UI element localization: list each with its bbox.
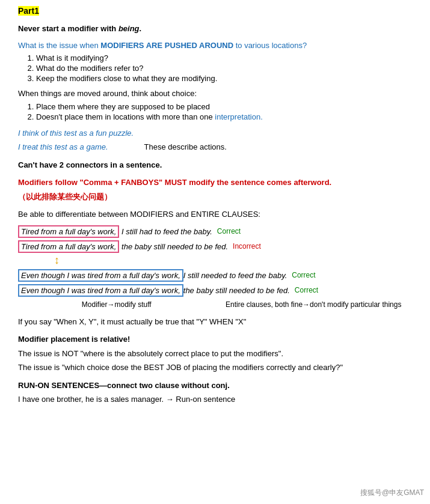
list1: What is it modifying? What do the modifi…	[36, 53, 412, 83]
if-say-rule: If you say "When X, Y", it must actually…	[18, 316, 412, 328]
rule1-bold: Never start a modifier with being.	[18, 24, 141, 33]
sentence3-label: Correct	[292, 271, 315, 279]
sentence1: Tired from a full day's work, I still ha…	[18, 225, 212, 238]
rule5-intro: Be able to differentiate between MODIFIE…	[18, 208, 412, 220]
rule2-intro: When things are moved around, think abou…	[18, 88, 412, 100]
list2-item2: Doesn't place them in locations with mor…	[36, 112, 412, 121]
part1-label: Part1	[18, 6, 39, 16]
arrow-left-label: Modifier→modify stuff	[18, 300, 215, 309]
blue-line2-row: I treat this test as a game. These descr…	[18, 141, 412, 153]
sentence-row-3: Even though I was tired from a full day'…	[18, 269, 412, 282]
arrow-indicator: ↕	[54, 254, 412, 267]
arrow-icon: ↕	[54, 254, 60, 267]
rule4-chinese: （以此排除某些夹心问题）	[18, 191, 412, 203]
sentence-examples: Tired from a full day's work, I still ha…	[18, 225, 412, 297]
q1-text: What is the issue when MODIFIERS ARE PUS…	[18, 41, 307, 50]
these-describe: These describe actions.	[144, 141, 227, 153]
list1-item2: What do the modifiers refer to?	[36, 64, 412, 73]
question1: What is the issue when MODIFIERS ARE PUS…	[18, 40, 412, 52]
sentence1-part1: Tired from a full day's work,	[18, 225, 119, 238]
sentence1-part2: I still had to feed the baby.	[119, 227, 212, 236]
list1-item1: What is it modifying?	[36, 53, 412, 62]
sentence4-part1: Even though I was tired from a full day'…	[21, 286, 180, 295]
sentence4-label: Correct	[295, 286, 318, 294]
sentence2: Tired from a full day's work, the baby s…	[18, 240, 228, 253]
rule6-line1: The issue is NOT "where is the absolutel…	[18, 348, 412, 360]
sentence4: Even though I was tired from a full day'…	[18, 284, 183, 297]
list2: Place them where they are supposed to be…	[36, 102, 412, 121]
list2-item1: Place them where they are supposed to be…	[36, 102, 412, 111]
blue-line1: I think of this test as a fun puzzle.	[18, 127, 412, 139]
sentence4-part2: the baby still needed to be fed.	[183, 286, 290, 295]
sentence3-part2: I still needed to feed the baby.	[183, 271, 287, 280]
rule3-text: Can't have 2 connectors in a sentence.	[18, 159, 412, 171]
arrow-labels: Modifier→modify stuff Entire clauses, bo…	[18, 300, 412, 309]
list1-item3: Keep the modifiers close to what they ar…	[36, 74, 412, 83]
sentence3-part1: Even though I was tired from a full day'…	[21, 271, 180, 280]
sentence2-part2: the baby still needed to be fed.	[119, 242, 228, 251]
sentence3: Even though I was tired from a full day'…	[18, 269, 183, 282]
rule6-line2: The issue is "which choice dose the BEST…	[18, 362, 412, 374]
watermark: 搜狐号@申友GMAT	[360, 488, 424, 498]
run-on-title: RUN-ON SENTENCES—connect two clause with…	[18, 380, 412, 392]
arrow-right-label: Entire clauses, both fine→don't modify p…	[215, 300, 413, 309]
sentence2-part1: Tired from a full day's work,	[18, 240, 119, 253]
sentence-row-2: Tired from a full day's work, the baby s…	[18, 240, 412, 253]
rule1-text: Never start a modifier with being.	[18, 23, 412, 35]
sentence-row-4: Even though I was tired from a full day'…	[18, 284, 412, 297]
rule4-text: Modifiers follow "Comma + FANBOYS" MUST …	[18, 177, 412, 189]
rule6-title: Modifier placement is relative!	[18, 333, 412, 345]
run-on-example: I have one brother, he is a sales manage…	[18, 393, 412, 405]
sentence2-label: Incorrect	[233, 242, 261, 250]
sentence-row-1: Tired from a full day's work, I still ha…	[18, 225, 412, 238]
blue-line2: I treat this test as a game.	[18, 141, 108, 153]
sentence1-label: Correct	[217, 227, 241, 235]
